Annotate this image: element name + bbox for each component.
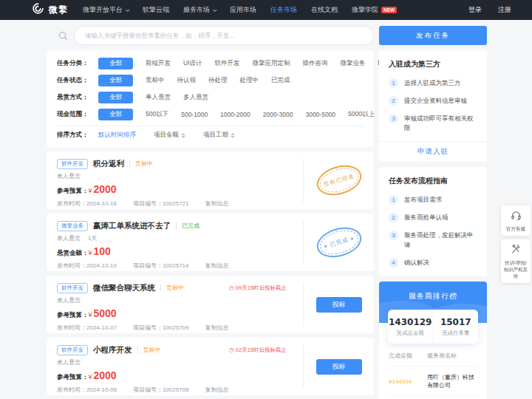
completed-stamp: 已完成 [313, 222, 364, 262]
filter-option[interactable]: 2000-3000 [263, 111, 293, 118]
filter-option[interactable]: 处理中 [240, 76, 259, 85]
filter-panel: 任务分类： 全部 前端开发 UI设计 软件开发 微擎应用定制 操作咨询 微擎业务… [47, 50, 374, 147]
search-input[interactable] [74, 26, 374, 45]
reward-type: 单人悬赏 [57, 296, 81, 304]
sort-label: 排序方式： [57, 131, 98, 140]
step-number: 4 [389, 258, 398, 267]
filter-option[interactable]: 待处理 [208, 76, 228, 85]
filter-option[interactable]: 软件开发 [215, 59, 240, 68]
project-id: 项目编号：10025708 [133, 386, 189, 394]
apply-join-button[interactable]: 申请入驻 [417, 147, 449, 157]
task-status: 竞标中 [143, 346, 161, 354]
task-title[interactable]: 积分返利 [93, 159, 124, 169]
total-amount-stat: 1430129 完成总金额 [388, 310, 433, 344]
ranking-row: ¥142995 周口赢涛信息技术有限公司 [389, 396, 477, 399]
copy-info-link[interactable]: 复制信息 [205, 386, 229, 394]
filter-option[interactable]: 前端开发 [146, 59, 171, 68]
filter-option[interactable]: 微擎应用定制 [253, 59, 290, 68]
nav-item-task-market[interactable]: 任务市场 [270, 5, 297, 15]
nav-item-academy[interactable]: 微擎学院NEW [352, 5, 397, 15]
copy-info-link[interactable]: 复制信息 [205, 324, 229, 332]
clock-icon: ◷ [229, 285, 234, 291]
filter-option[interactable]: 竞标中 [146, 76, 165, 85]
filter-option[interactable]: 3000-5000 [305, 111, 335, 118]
task-title[interactable]: 赢涛工单系统进不去了 [93, 221, 171, 231]
filter-option[interactable]: 已完成 [271, 76, 290, 85]
total-count-stat: 15017 完成任务量 [433, 310, 479, 344]
task-card: 软件开发 微信聚合聊天系统 竞标中 ◷09天15时后投标截止 单人悬赏 参考预算… [47, 276, 374, 333]
join-step: 1 选择入驻成为第三方 [389, 78, 477, 88]
sort-arrows-icon [181, 133, 185, 138]
sort-default[interactable]: 默认时间排序 [98, 131, 136, 140]
provider-ranking-card: 服务商排行榜 1430129 完成总金额 15017 完成任务量 完成金额 服务… [379, 282, 487, 399]
project-id: 项目编号：10025721 [133, 200, 189, 208]
publish-task-button[interactable]: 发布任务 [379, 26, 487, 45]
sort-by-duration[interactable]: 项目工期 [203, 131, 235, 140]
bid-countdown: ◷02天15时后投标截止 [229, 347, 287, 354]
weiqin-logo[interactable]: 微擎 [32, 2, 68, 18]
filter-option[interactable]: 多人悬赏 [183, 93, 208, 102]
total-amount-value: 1430129 [389, 317, 432, 327]
step-number: 1 [389, 195, 398, 205]
col-header-name: 服务商名称 [427, 352, 457, 360]
filter-label: 现金范围： [57, 110, 98, 119]
customer-service-widget[interactable]: 官方客服 [501, 205, 531, 236]
sidebar: 发布任务 入驻成为第三方 1 选择入驻成为第三方 2 提交企业资料信息审核 3 … [379, 26, 487, 399]
filter-option[interactable]: 全部 [98, 109, 133, 120]
nav-item-cloud[interactable]: 软擎云端 [143, 5, 169, 15]
task-title[interactable]: 微信聚合聊天系统 [93, 283, 155, 293]
filter-option[interactable]: 全部 [98, 75, 133, 86]
filter-option[interactable]: 微擎业务 [341, 59, 366, 68]
divider [129, 160, 130, 167]
bid-button[interactable]: 投标 [316, 297, 362, 313]
floating-toolbar: 官方客服 投诉/举报/知识产权反馈 [501, 205, 531, 283]
guide-step: 4 确认解决 [389, 258, 477, 267]
register-link[interactable]: 注册 [498, 5, 511, 15]
filter-option[interactable]: 操作咨询 [303, 59, 328, 68]
task-duration: 1天 [88, 234, 97, 242]
join-step: 2 提交企业资料信息审核 [389, 96, 477, 106]
filter-option[interactable]: 5000以上 [348, 110, 375, 119]
step-number: 2 [389, 96, 398, 106]
logo-text: 微擎 [49, 4, 68, 16]
login-link[interactable]: 登录 [468, 5, 482, 15]
publish-time: 发布时间：2024-10-07 [57, 324, 117, 332]
reward-type: 单人悬赏 [57, 358, 81, 366]
ranking-table: 完成金额 服务商名称 ¥144394 用吖（重庆）科技有限公司 ¥142995 … [379, 344, 487, 399]
publish-time: 发布时间：2024-10-10 [57, 262, 117, 270]
price-amount: 100 [94, 245, 111, 257]
filter-option[interactable]: 500-1000 [181, 111, 208, 118]
filter-option[interactable]: 500以下 [146, 110, 168, 119]
nav-auth: 登录 注册 [468, 5, 511, 15]
search-bar [47, 26, 374, 45]
filter-option[interactable]: 全部 [98, 92, 133, 103]
filter-option[interactable]: 待认领 [177, 76, 197, 85]
nav-item-open-platform[interactable]: 微擎开放平台 [83, 5, 129, 15]
copy-info-link[interactable]: 复制信息 [205, 200, 229, 208]
card-title: 入驻成为第三方 [389, 59, 477, 69]
task-status: 竞标中 [135, 160, 153, 168]
chevron-down-icon [126, 7, 130, 12]
nav-item-app-market[interactable]: 应用市场 [230, 5, 256, 15]
bid-button[interactable]: 投标 [316, 359, 362, 375]
report-feedback-widget[interactable]: 投诉/举报/知识产权反馈 [501, 239, 531, 283]
task-title[interactable]: 小程序开发 [93, 345, 132, 355]
publish-time: 发布时间：2024-10-06 [57, 386, 117, 394]
filter-row-status: 任务状态： 全部 竞标中 待认领 待处理 处理中 已完成 [57, 74, 364, 87]
nav-item-docs[interactable]: 在线文档 [311, 5, 338, 15]
filter-option[interactable]: 1000-2000 [220, 111, 250, 118]
widget-label: 官方客服 [502, 225, 529, 232]
copy-info-link[interactable]: 复制信息 [205, 262, 229, 270]
nav-item-service-market[interactable]: 服务市场 [183, 5, 216, 15]
currency-symbol: ¥ [89, 187, 92, 194]
ranking-stats: 1430129 完成总金额 15017 完成任务量 [388, 310, 478, 344]
sort-by-amount[interactable]: 项目金额 [154, 131, 185, 140]
price-label: 参考预算： [57, 187, 89, 196]
filter-option[interactable]: 单人悬赏 [146, 93, 171, 102]
filter-option[interactable]: 全部 [98, 58, 133, 69]
currency-symbol: ¥ [89, 373, 92, 381]
filter-option[interactable]: UI设计 [183, 59, 202, 68]
total-count-label: 完成任务量 [442, 330, 470, 337]
filter-label: 任务分类： [57, 59, 98, 68]
top-navbar: 微擎 微擎开放平台 软擎云端 服务市场 应用市场 任务市场 在线文档 微擎学院N… [0, 0, 532, 20]
